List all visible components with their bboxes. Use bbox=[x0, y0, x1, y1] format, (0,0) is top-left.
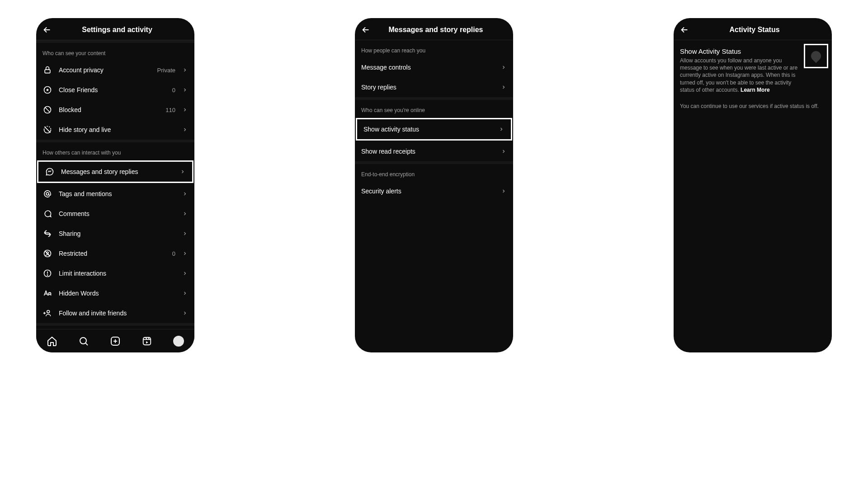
row-restricted[interactable]: Restricted 0 bbox=[36, 244, 194, 263]
alert-circle-icon bbox=[42, 268, 52, 278]
add-user-icon bbox=[42, 308, 52, 318]
row-close-friends[interactable]: Close Friends 0 bbox=[36, 80, 194, 100]
row-label: Security alerts bbox=[361, 188, 494, 195]
chevron-right-icon bbox=[182, 107, 188, 113]
chevron-right-icon bbox=[182, 290, 188, 296]
profile-avatar[interactable] bbox=[173, 335, 184, 347]
activity-description: Allow accounts you follow and anyone you… bbox=[680, 57, 802, 94]
search-icon[interactable] bbox=[78, 335, 90, 347]
chevron-right-icon bbox=[498, 126, 505, 132]
chevron-right-icon bbox=[182, 310, 188, 316]
chevron-right-icon bbox=[179, 169, 186, 175]
row-label: Tags and mentions bbox=[59, 190, 175, 197]
hide-icon bbox=[42, 125, 52, 135]
highlight-toggle bbox=[804, 44, 828, 68]
row-label: Messages and story replies bbox=[61, 168, 173, 175]
svg-point-3 bbox=[46, 192, 49, 195]
text-aa-icon bbox=[42, 288, 52, 298]
page-title: Settings and activity bbox=[45, 26, 189, 34]
screen-settings-activity: Settings and activity Who can see your c… bbox=[36, 18, 194, 352]
row-value: 0 bbox=[172, 87, 175, 94]
lock-icon bbox=[42, 65, 52, 75]
header: Messages and story replies bbox=[355, 18, 513, 40]
bottom-nav bbox=[36, 329, 194, 352]
row-label: Limit interactions bbox=[59, 270, 175, 277]
screen-messages-story-replies: Messages and story replies How people ca… bbox=[355, 18, 513, 352]
avatar-icon bbox=[173, 336, 184, 347]
chevron-right-icon bbox=[182, 191, 188, 197]
chevron-right-icon bbox=[500, 84, 507, 90]
sharing-icon bbox=[42, 229, 52, 239]
row-label: Account privacy bbox=[59, 66, 151, 74]
star-circle-icon bbox=[42, 85, 52, 95]
row-label: Hide story and live bbox=[59, 126, 175, 133]
row-hidden-words[interactable]: Hidden Words bbox=[36, 283, 194, 303]
description-text: Allow accounts you follow and anyone you… bbox=[680, 57, 797, 93]
row-story-replies[interactable]: Story replies bbox=[355, 77, 513, 97]
row-show-read-receipts[interactable]: Show read receipts bbox=[355, 141, 513, 161]
row-comments[interactable]: Comments bbox=[36, 204, 194, 224]
at-icon bbox=[42, 189, 52, 199]
chevron-right-icon bbox=[182, 127, 188, 133]
page-title: Activity Status bbox=[683, 26, 826, 34]
chevron-right-icon bbox=[182, 230, 188, 237]
row-sharing[interactable]: Sharing bbox=[36, 224, 194, 244]
row-security-alerts[interactable]: Security alerts bbox=[355, 181, 513, 201]
row-label: Close Friends bbox=[59, 86, 166, 94]
chevron-right-icon bbox=[182, 67, 188, 73]
row-show-activity-status[interactable]: Show activity status bbox=[357, 119, 511, 139]
learn-more-link[interactable]: Learn More bbox=[741, 87, 770, 93]
section-header-reach: How people can reach you bbox=[355, 40, 513, 57]
row-limit-interactions[interactable]: Limit interactions bbox=[36, 263, 194, 283]
restricted-icon bbox=[42, 249, 52, 258]
row-blocked[interactable]: Blocked 110 bbox=[36, 100, 194, 120]
screen-activity-status: Activity Status Show Activity Status All… bbox=[674, 18, 832, 352]
row-label: Blocked bbox=[59, 106, 159, 113]
svg-rect-0 bbox=[45, 70, 50, 73]
row-tags-mentions[interactable]: Tags and mentions bbox=[36, 184, 194, 204]
row-follow-invite[interactable]: Follow and invite friends bbox=[36, 303, 194, 323]
svg-rect-11 bbox=[143, 337, 151, 345]
section-header-online: Who can see you're online bbox=[355, 100, 513, 117]
activity-content: Show Activity Status Allow accounts you … bbox=[674, 40, 832, 352]
chevron-right-icon bbox=[182, 250, 188, 257]
row-label: Restricted bbox=[59, 250, 166, 257]
section-header-interact: How others can interact with you bbox=[36, 142, 194, 160]
create-icon[interactable] bbox=[109, 335, 121, 347]
toggle-knob-icon bbox=[809, 49, 823, 63]
row-label: Follow and invite friends bbox=[59, 310, 175, 317]
section-header-content: Who can see your content bbox=[36, 43, 194, 60]
section-header-encryption: End-to-end encryption bbox=[355, 164, 513, 181]
highlight-messages: Messages and story replies bbox=[37, 160, 193, 183]
row-label: Show read receipts bbox=[361, 148, 494, 155]
reels-icon[interactable] bbox=[141, 335, 153, 347]
row-label: Show activity status bbox=[363, 126, 492, 133]
messenger-icon bbox=[45, 167, 55, 177]
header: Settings and activity bbox=[36, 18, 194, 40]
chevron-right-icon bbox=[182, 211, 188, 217]
chevron-right-icon bbox=[182, 87, 188, 93]
header: Activity Status bbox=[674, 18, 832, 40]
blocked-icon bbox=[42, 105, 52, 115]
svg-point-8 bbox=[47, 310, 50, 313]
comment-icon bbox=[42, 209, 52, 219]
page-title: Messages and story replies bbox=[364, 26, 508, 34]
activity-status-toggle[interactable] bbox=[811, 51, 821, 61]
row-message-controls[interactable]: Message controls bbox=[355, 57, 513, 77]
messages-list: How people can reach you Message control… bbox=[355, 40, 513, 352]
settings-list: Who can see your content Account privacy… bbox=[36, 43, 194, 329]
row-value: 110 bbox=[165, 107, 175, 113]
row-account-privacy[interactable]: Account privacy Private bbox=[36, 60, 194, 80]
chevron-right-icon bbox=[500, 64, 507, 70]
section-header-what-you-see: What you see bbox=[36, 326, 194, 329]
row-hide-story[interactable]: Hide story and live bbox=[36, 120, 194, 140]
row-label: Story replies bbox=[361, 84, 494, 91]
chevron-right-icon bbox=[182, 270, 188, 277]
row-label: Sharing bbox=[59, 230, 175, 237]
row-value: Private bbox=[157, 67, 175, 74]
svg-point-7 bbox=[47, 275, 47, 275]
home-icon[interactable] bbox=[46, 335, 58, 347]
row-messages-story-replies[interactable]: Messages and story replies bbox=[38, 162, 192, 182]
chevron-right-icon bbox=[500, 188, 507, 194]
activity-subnote: You can continue to use our services if … bbox=[680, 103, 826, 110]
